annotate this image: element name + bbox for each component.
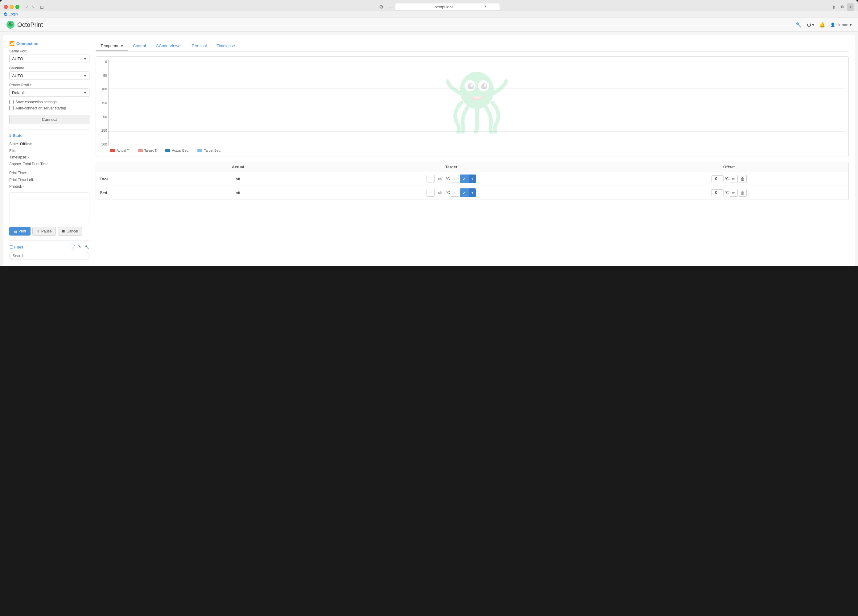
connect-button[interactable]: Connect [9,115,89,124]
tool-offset-controls: °C ✏ 🗑 [613,175,845,183]
refresh-files-button[interactable]: ↻ [78,245,82,250]
login-label[interactable]: Login [9,12,17,16]
legend-actual-tool-label: Actual T: - [117,149,132,152]
tab-terminal[interactable]: Terminal [187,41,211,51]
tab-gcode-viewer[interactable]: GCode Viewer [151,41,187,51]
y-axis-100: 100 [99,87,107,91]
tool-offset-input[interactable] [711,175,724,182]
bed-offset-reset-button[interactable]: 🗑 [739,189,747,197]
back-button[interactable]: ‹ [24,4,30,11]
serial-port-label: Serial Port [9,49,89,53]
print-label: Print [19,229,26,233]
tool-confirm-button[interactable]: ✓ [460,174,469,183]
upload-file-button[interactable]: 📄 [70,245,76,250]
extensions-button[interactable]: ⚙ [377,3,385,11]
files-title: ☰ Files [9,245,23,250]
chart-plot [108,60,846,146]
col-target: Target [293,162,609,172]
tab-control[interactable]: Control [128,41,151,51]
power-menu-button[interactable]: ⏻ ▾ [807,22,814,27]
baudrate-label: Baudrate [9,66,89,70]
y-axis-0: 0 [99,60,107,64]
bed-confirm-dropdown-button[interactable]: ▾ [469,188,476,197]
signal-icon: 📶 [9,41,14,46]
serial-port-select[interactable]: AUTO [9,54,89,63]
timelapse-label: Timelapse: [9,155,27,160]
maximize-button[interactable] [16,5,19,9]
notifications-button[interactable]: 🔔 [819,22,825,28]
bed-offset-cell: °C ✏ 🗑 [609,186,849,200]
svg-point-12 [484,84,487,87]
bed-target-value: off [435,189,445,196]
autoconnect-label[interactable]: Auto-connect on server startup [16,106,66,110]
bed-target-increase-button[interactable]: + [451,189,459,197]
new-tab-button[interactable]: + [847,3,854,11]
print-button[interactable]: 🖨 Print [9,227,31,236]
cancel-label: Cancel [67,229,78,233]
tool-offset-edit-button[interactable]: ✏ [730,175,738,183]
tool-target-decrease-button[interactable]: − [426,175,435,183]
bed-offset-input[interactable] [711,189,724,196]
tab-timelapse[interactable]: Timelapse [211,41,239,51]
tool-name: Tool [96,172,183,186]
save-connection-label[interactable]: Save connection settings [16,100,56,104]
col-offset: Offset [609,162,849,172]
pause-label: Pause [41,229,52,233]
tool-confirm-dropdown-button[interactable]: ▾ [469,174,476,183]
bed-offset-edit-button[interactable]: ✏ [730,189,738,197]
tab-temperature[interactable]: Temperature [96,41,128,51]
table-row-tool: Tool off − off °C + ✓ ▾ [96,172,849,186]
address-bar-container: ⚙ ··· ↻ [48,3,828,11]
bed-offset-unit: °C [724,191,729,195]
octoprint-logo-icon [6,20,15,29]
printer-profile-select[interactable]: Default [9,88,89,97]
legend-actual-tool-color [110,149,115,152]
progress-area [9,192,89,223]
tool-target-increase-button[interactable]: + [451,175,459,183]
print-time-label: Print Time: [9,171,27,175]
files-actions: 📄 ↻ 🔧 [70,245,89,250]
y-axis-200: 200 [99,115,107,119]
svg-point-5 [11,23,12,24]
legend-target-bed: Target Bed: - [197,149,223,152]
files-search-input[interactable] [9,252,89,260]
save-connection-checkbox[interactable] [9,100,14,104]
legend-actual-bed-color [165,149,170,152]
share-button[interactable]: ⬆ [830,4,838,10]
tool-target-unit: °C [446,177,450,181]
svg-point-4 [9,23,9,24]
login-link[interactable]: ⏻ Login [4,12,17,16]
bed-target-controls: − off °C + ✓ ▾ [297,188,606,197]
tool-target-controls: − off °C + ✓ ▾ [297,174,606,183]
traffic-lights [4,5,19,9]
approx-value: - [51,162,52,166]
close-button[interactable] [4,5,8,9]
state-value-row: State: Offline [9,141,89,148]
duplicate-button[interactable]: ⧉ [839,4,846,10]
more-button[interactable]: ··· [387,5,395,9]
app-window: OctoPrint 🔧 ⏻ ▾ 🔔 👤 sirtoad ▾ 📶 Conn [0,18,858,266]
approx-label: Approx. Total Print Time: [9,162,50,166]
bed-target-decrease-button[interactable]: − [426,189,435,197]
tool-offset-reset-button[interactable]: 🗑 [739,175,747,183]
browser-chrome: ‹ › ⊡ ⚙ ··· ↻ ⬆ ⧉ + [0,0,858,11]
window-toggle-button[interactable]: ⊡ [38,4,46,10]
user-menu-button[interactable]: 👤 sirtoad ▾ [830,23,852,27]
pause-button[interactable]: ⏸ Pause [33,227,56,236]
files-settings-button[interactable]: 🔧 [84,245,89,250]
pause-icon: ⏸ [36,229,40,233]
print-controls: 🖨 Print ⏸ Pause ⏹ Cancel [9,227,89,236]
forward-button[interactable]: › [30,4,36,11]
state-label: State: [9,142,19,146]
print-icon: 🖨 [14,229,17,233]
baudrate-select[interactable]: AUTO [9,71,89,80]
autoconnect-checkbox[interactable] [9,106,14,110]
power-small-icon: ⏻ [4,12,8,16]
cancel-button[interactable]: ⏹ Cancel [58,227,82,236]
chart-legend: Actual T: - Target T: - Actual Bed: - Ta… [99,146,846,154]
refresh-button[interactable]: ↻ [484,5,488,9]
minimize-button[interactable] [9,5,14,9]
settings-button[interactable]: 🔧 [796,22,802,28]
legend-actual-bed: Actual Bed: - [165,149,191,152]
bed-confirm-button[interactable]: ✓ [460,188,469,197]
